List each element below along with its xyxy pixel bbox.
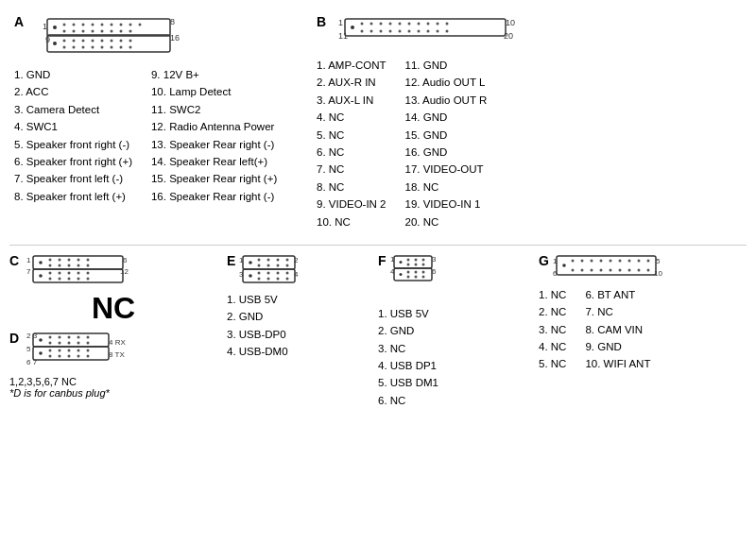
connector-g-pins-left: 1. NC 2. NC 3. NC 4. NC 5. NC (539, 286, 566, 373)
svg-text:10: 10 (654, 269, 662, 278)
svg-point-44 (370, 23, 373, 26)
svg-point-76 (68, 264, 71, 266)
svg-point-126 (258, 258, 261, 261)
connector-d-label: D (9, 331, 19, 346)
svg-text:2: 2 (294, 256, 299, 264)
connector-b-diagram: 1 10 11 20 (331, 14, 520, 52)
svg-point-26 (82, 40, 85, 43)
svg-point-2 (63, 24, 66, 26)
svg-text:2 3: 2 3 (26, 332, 38, 340)
svg-point-187 (646, 268, 649, 271)
svg-text:6: 6 (553, 269, 558, 278)
svg-point-113 (87, 349, 90, 351)
svg-point-171 (580, 259, 583, 262)
svg-point-141 (267, 271, 270, 274)
svg-point-182 (599, 268, 602, 271)
pin-g10: 10. WIFI ANT (585, 355, 650, 372)
svg-point-181 (590, 268, 593, 271)
svg-rect-0 (47, 19, 170, 36)
svg-point-184 (618, 268, 621, 271)
pin-a4: 4. SWC1 (14, 118, 132, 135)
svg-point-10 (139, 24, 142, 26)
svg-point-60 (427, 30, 430, 33)
svg-point-68 (39, 261, 43, 264)
pin-a11: 11. SWC2 (151, 101, 277, 118)
svg-point-11 (63, 30, 66, 33)
pin-b17: 17. VIDEO-OUT (405, 161, 488, 178)
svg-point-46 (389, 23, 392, 26)
svg-text:1: 1 (239, 256, 244, 264)
svg-point-151 (414, 258, 417, 261)
svg-point-70 (59, 258, 61, 261)
pin-f1: 1. USB 5V (378, 305, 529, 322)
svg-text:3: 3 (432, 255, 437, 264)
svg-point-8 (120, 24, 123, 26)
svg-point-144 (258, 277, 261, 280)
pin-b4: 4. NC (317, 109, 387, 126)
pin-g5: 5. NC (539, 355, 566, 372)
svg-text:5: 5 (656, 257, 661, 265)
svg-point-30 (120, 40, 123, 43)
svg-point-102 (49, 341, 52, 344)
svg-rect-168 (557, 256, 656, 275)
pin-a13: 13. Speaker Rear right (-) (151, 136, 277, 153)
svg-rect-41 (345, 19, 506, 36)
pin-b2: 2. AUX-R IN (317, 74, 387, 91)
svg-point-87 (68, 271, 71, 274)
pin-f5: 5. USB DM1 (378, 374, 529, 391)
svg-point-99 (68, 335, 71, 338)
svg-point-59 (418, 30, 421, 33)
svg-point-127 (267, 258, 270, 261)
svg-point-169 (562, 264, 566, 267)
pin-a8: 8. Speaker front left (+) (14, 188, 132, 205)
svg-point-77 (77, 264, 80, 266)
connector-a-pin-lists: 1. GND 2. ACC 3. Camera Detect 4. SWC1 5… (14, 66, 288, 205)
pin-a16: 16. Speaker Rear right (-) (151, 188, 277, 205)
connector-a-pins-right: 9. 12V B+ 10. Lamp Detect 11. SWC2 12. R… (151, 66, 277, 205)
svg-point-172 (590, 259, 593, 262)
connector-a-section: A (9, 9, 293, 235)
pin-f4: 4. USB DP1 (378, 357, 529, 374)
svg-point-129 (286, 258, 289, 261)
svg-point-111 (68, 349, 71, 351)
section-divider (9, 245, 747, 246)
pin-b1: 1. AMP-CONT (317, 57, 387, 74)
svg-point-106 (87, 341, 90, 344)
svg-point-12 (73, 30, 76, 33)
svg-text:6: 6 (123, 256, 128, 264)
pin-a1: 1. GND (14, 66, 132, 83)
svg-point-154 (414, 263, 417, 265)
svg-point-27 (92, 40, 94, 43)
pin-b10: 10. NC (317, 213, 387, 230)
pin-a10: 10. Lamp Detect (151, 83, 277, 100)
svg-point-109 (49, 349, 52, 351)
svg-point-61 (437, 30, 439, 33)
svg-point-183 (609, 268, 611, 271)
connector-c-diagram: 1 6 7 12 (22, 253, 135, 286)
svg-point-78 (87, 264, 90, 266)
connector-g-diagram: 1 5 6 10 (552, 253, 665, 281)
svg-text:16: 16 (170, 33, 180, 43)
svg-point-43 (361, 23, 364, 26)
svg-point-149 (399, 261, 402, 264)
pin-g9: 9. GND (585, 338, 650, 355)
pin-b18: 18. NC (405, 179, 488, 196)
svg-point-142 (277, 271, 280, 274)
svg-point-33 (73, 46, 76, 49)
connector-g-label: G (539, 253, 549, 268)
connector-g-section: G (539, 253, 747, 409)
svg-point-118 (87, 354, 90, 357)
svg-point-51 (437, 23, 439, 26)
svg-point-97 (49, 335, 52, 338)
svg-point-74 (49, 264, 52, 266)
pin-b8: 8. NC (317, 179, 387, 196)
pin-a15: 15. Speaker Rear right (+) (151, 170, 277, 187)
svg-text:4 RX: 4 RX (109, 338, 126, 347)
connector-e-diagram: 1 2 3 4 (238, 253, 304, 286)
pin-f6: 6. NC (378, 392, 529, 409)
svg-point-54 (370, 30, 373, 33)
svg-point-47 (399, 23, 402, 26)
pin-e1: 1. USB 5V (227, 291, 369, 308)
pin-g7: 7. NC (585, 303, 650, 320)
svg-point-23 (53, 42, 57, 45)
